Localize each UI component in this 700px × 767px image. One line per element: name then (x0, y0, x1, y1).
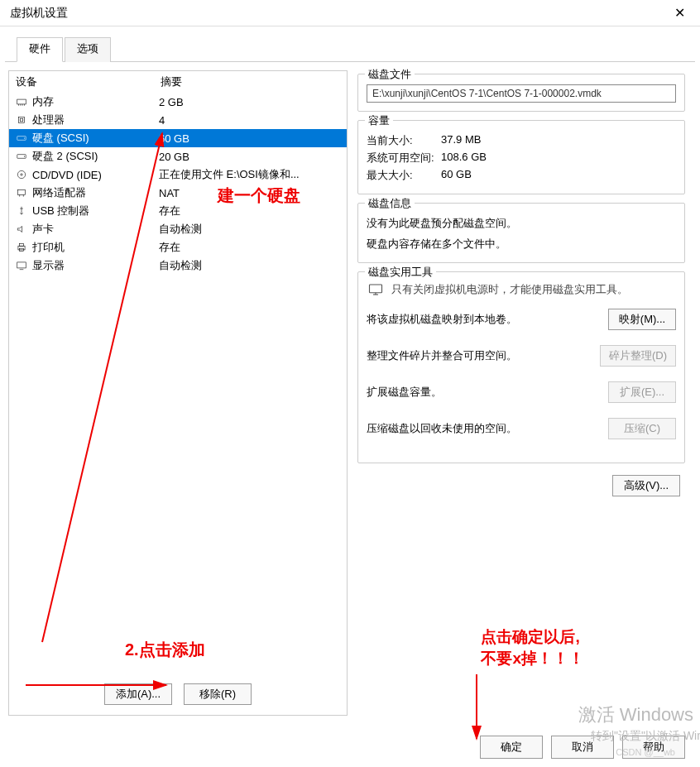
device-row[interactable]: USB 控制器存在 (9, 202, 347, 220)
display-icon (14, 260, 29, 271)
close-icon[interactable]: ✕ (667, 5, 692, 21)
current-size-value: 37.9 MB (441, 133, 481, 148)
group-title-diskinfo: 磁盘信息 (365, 196, 415, 211)
device-header: 设备 摘要 (9, 71, 347, 93)
sound-icon (14, 223, 29, 235)
device-summary: 自动检测 (159, 258, 342, 273)
device-summary: 60 GB (159, 132, 342, 145)
utility-text: 压缩磁盘以回收未使用的空间。 (367, 421, 608, 436)
monitor-icon (367, 282, 385, 297)
disk-icon (14, 132, 29, 144)
advanced-row: 高级(V)... (357, 475, 685, 496)
device-row[interactable]: 声卡自动检测 (9, 220, 347, 238)
device-name: 网络适配器 (32, 185, 159, 200)
utility-button-0[interactable]: 映射(M)... (608, 309, 676, 330)
group-title-capacity: 容量 (365, 113, 393, 128)
utility-row: 压缩磁盘以回收未使用的空间。压缩(C) (367, 418, 676, 439)
max-size-value: 60 GB (441, 168, 472, 183)
group-disk-utility: 磁盘实用工具 只有关闭虚拟机电源时，才能使用磁盘实用工具。 将该虚拟机磁盘映射到… (357, 271, 685, 463)
tab-hardware[interactable]: 硬件 (17, 37, 63, 62)
utility-button-2: 扩展(E)... (608, 381, 676, 403)
svg-rect-13 (17, 190, 25, 195)
remove-button[interactable]: 移除(R) (184, 683, 252, 705)
group-title-utility: 磁盘实用工具 (365, 265, 436, 280)
group-disk-file: 磁盘文件 E:\xunji\xunji\CentOS 7-1\CentOS 7-… (357, 74, 685, 112)
device-row[interactable]: 内存2 GB (9, 93, 347, 111)
advanced-button[interactable]: 高级(V)... (612, 475, 680, 496)
network-icon (14, 187, 29, 199)
group-title-diskfile: 磁盘文件 (365, 67, 415, 82)
header-device: 设备 (16, 74, 161, 89)
svg-rect-17 (20, 243, 24, 246)
device-name: 声卡 (32, 222, 159, 237)
add-button[interactable]: 添加(A)... (104, 683, 172, 705)
header-summary: 摘要 (161, 74, 182, 89)
device-name: 内存 (32, 94, 159, 109)
memory-icon (14, 96, 29, 108)
tabs: 硬件 选项 (5, 26, 695, 62)
device-buttons: 添加(A)... 移除(R) (9, 672, 347, 715)
current-size-label: 当前大小: (367, 133, 441, 148)
cd-icon (14, 169, 29, 180)
device-name: 显示器 (32, 258, 159, 273)
annotation-click-add: 2.点击添加 (125, 639, 205, 661)
svg-rect-23 (370, 285, 382, 293)
disk-icon (14, 151, 29, 162)
device-summary: NAT (159, 187, 342, 199)
device-name: USB 控制器 (32, 204, 159, 218)
device-row[interactable]: 处理器4 (9, 111, 347, 129)
group-disk-info: 磁盘信息 没有为此硬盘预分配磁盘空间。 硬盘内容存储在多个文件中。 (357, 203, 685, 263)
device-summary: 4 (159, 114, 342, 127)
svg-rect-5 (19, 117, 25, 123)
svg-point-12 (21, 174, 22, 175)
utility-row: 扩展磁盘容量。扩展(E)... (367, 381, 676, 403)
disk-info-line1: 没有为此硬盘预分配磁盘空间。 (367, 213, 676, 234)
utility-hint: 只有关闭虚拟机电源时，才能使用磁盘实用工具。 (391, 282, 628, 297)
device-name: 打印机 (32, 240, 159, 255)
device-row[interactable]: 打印机存在 (9, 238, 347, 256)
max-size-label: 最大大小: (367, 168, 441, 183)
device-row[interactable]: 硬盘 (SCSI)60 GB (9, 129, 347, 147)
svg-rect-16 (18, 246, 25, 250)
utility-text: 扩展磁盘容量。 (367, 385, 608, 400)
tab-options[interactable]: 选项 (65, 37, 111, 62)
avail-space-label: 系统可用空间: (367, 151, 441, 165)
group-capacity: 容量 当前大小:37.9 MB 系统可用空间:108.6 GB 最大大小:60 … (357, 120, 685, 194)
svg-point-10 (24, 156, 25, 156)
device-name: 处理器 (32, 113, 159, 127)
device-name: 硬盘 2 (SCSI) (32, 149, 159, 164)
window-title: 虚拟机设置 (10, 6, 68, 21)
utility-button-1: 碎片整理(D) (600, 345, 676, 367)
utility-text: 整理文件碎片并整合可用空间。 (367, 348, 600, 363)
device-row[interactable]: 显示器自动检测 (9, 256, 347, 275)
device-list-panel: 设备 摘要 内存2 GB处理器4硬盘 (SCSI)60 GB硬盘 2 (SCSI… (8, 70, 348, 716)
ok-button[interactable]: 确定 (480, 736, 543, 759)
device-summary: 2 GB (159, 96, 342, 108)
titlebar: 虚拟机设置 ✕ (0, 0, 700, 26)
disk-file-path[interactable]: E:\xunji\xunji\CentOS 7-1\CentOS 7-1-000… (367, 84, 676, 103)
device-summary: 正在使用文件 E:\OSI镜像和... (159, 167, 342, 182)
device-summary: 存在 (159, 204, 342, 218)
content-area: 设备 摘要 内存2 GB处理器4硬盘 (SCSI)60 GB硬盘 2 (SCSI… (0, 62, 700, 716)
device-row[interactable]: 硬盘 2 (SCSI)20 GB (9, 147, 347, 165)
utility-row: 将该虚拟机磁盘映射到本地卷。映射(M)... (367, 309, 676, 330)
printer-icon (14, 242, 29, 253)
device-summary: 存在 (159, 240, 342, 255)
cancel-button[interactable]: 取消 (551, 736, 614, 759)
usb-icon (14, 205, 29, 217)
help-button[interactable]: 帮助 (622, 736, 685, 759)
device-name: CD/DVD (IDE) (32, 169, 159, 181)
svg-rect-0 (17, 99, 26, 104)
svg-point-8 (24, 137, 25, 138)
device-summary: 20 GB (159, 151, 342, 163)
device-summary: 自动检测 (159, 222, 342, 237)
detail-panel: 磁盘文件 E:\xunji\xunji\CentOS 7-1\CentOS 7-… (354, 70, 692, 716)
cpu-icon (14, 114, 29, 126)
utility-button-3: 压缩(C) (608, 418, 676, 439)
device-row[interactable]: CD/DVD (IDE)正在使用文件 E:\OSI镜像和... (9, 165, 347, 184)
svg-rect-6 (20, 118, 23, 122)
device-row[interactable]: 网络适配器NAT (9, 184, 347, 202)
svg-rect-19 (17, 262, 26, 268)
device-name: 硬盘 (SCSI) (32, 131, 159, 146)
device-table: 内存2 GB处理器4硬盘 (SCSI)60 GB硬盘 2 (SCSI)20 GB… (9, 93, 347, 275)
